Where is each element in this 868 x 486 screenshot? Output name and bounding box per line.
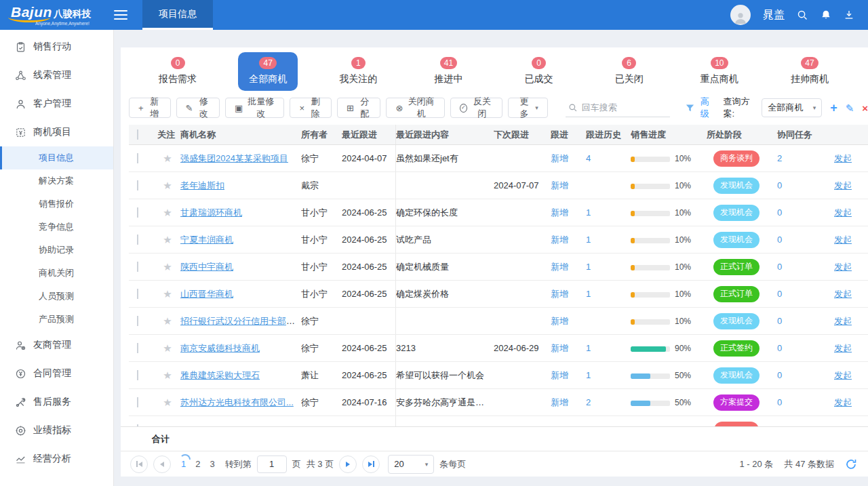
- row-checkbox[interactable]: [137, 235, 138, 245]
- opportunity-name-link[interactable]: 宁夏丰润商机: [180, 235, 233, 245]
- task-count-link[interactable]: 0: [777, 207, 782, 218]
- opportunity-name-link[interactable]: 山西晋华商机: [180, 289, 233, 299]
- first-page-button[interactable]: [130, 455, 148, 473]
- follow-add-link[interactable]: 新增: [551, 316, 568, 326]
- initiate-task-link[interactable]: 发起: [834, 207, 852, 218]
- star-icon[interactable]: ★: [157, 207, 180, 219]
- delete-scheme-icon[interactable]: ×: [862, 103, 868, 113]
- star-icon[interactable]: ★: [157, 153, 180, 165]
- star-icon[interactable]: ★: [157, 369, 180, 382]
- initiate-task-link[interactable]: 发起: [834, 180, 852, 190]
- opportunity-name-link[interactable]: 强盛集团2024某某采购项目: [180, 153, 288, 163]
- next-page-button[interactable]: [339, 455, 357, 473]
- star-icon[interactable]: ★: [157, 315, 180, 327]
- stat-tab-my-follow[interactable]: 1我关注的: [328, 52, 388, 91]
- initiate-task-link[interactable]: 发起: [834, 316, 852, 326]
- opportunity-name-link[interactable]: 苏州达方光电科技有限公司...: [180, 397, 294, 407]
- initiate-task-link[interactable]: 发起: [834, 289, 852, 299]
- goto-page-input[interactable]: [257, 455, 287, 473]
- task-count-link[interactable]: 0: [777, 262, 782, 272]
- stat-tab-leading-opps[interactable]: 47挂帅商机: [780, 52, 840, 91]
- filter-funnel-icon[interactable]: [685, 103, 695, 113]
- avatar[interactable]: [730, 5, 751, 25]
- follow-history-link[interactable]: 1: [586, 343, 591, 353]
- bell-icon[interactable]: [821, 9, 831, 20]
- row-checkbox[interactable]: [137, 262, 138, 272]
- toolbar-button-batch-edit[interactable]: ▣批量修改: [225, 98, 285, 118]
- sidebar-subitem-project-info[interactable]: 项目信息: [0, 146, 113, 169]
- follow-history-link[interactable]: 1: [586, 370, 591, 380]
- star-icon[interactable]: ★: [157, 261, 180, 273]
- row-checkbox[interactable]: [137, 289, 138, 299]
- initiate-task-link[interactable]: 发起: [834, 153, 852, 163]
- sidebar-item-customers[interactable]: 客户管理: [0, 89, 113, 118]
- last-page-button[interactable]: [362, 455, 380, 473]
- opportunity-name-link[interactable]: 甘肃瑞源环商机: [180, 207, 242, 218]
- sidebar-subitem-solutions[interactable]: 解决方案: [0, 169, 113, 193]
- sidebar-subitem-closed-opps[interactable]: 商机关闭: [0, 262, 113, 285]
- sidebar-subitem-product-forecast[interactable]: 产品预测: [0, 308, 113, 331]
- follow-history-link[interactable]: 4: [586, 153, 591, 163]
- initiate-task-link[interactable]: 发起: [834, 235, 852, 245]
- row-checkbox[interactable]: [137, 207, 138, 218]
- task-count-link[interactable]: 0: [777, 397, 782, 407]
- row-checkbox[interactable]: [137, 343, 138, 353]
- toolbar-button-edit[interactable]: ✎修改: [176, 98, 220, 118]
- stat-tab-all-opps[interactable]: 47全部商机: [238, 52, 298, 91]
- sidebar-subitem-assist-records[interactable]: 协助记录: [0, 239, 113, 262]
- row-checkbox[interactable]: [137, 370, 138, 380]
- opportunity-name-link[interactable]: 陕西中宇商机: [180, 262, 233, 272]
- row-checkbox[interactable]: [137, 153, 138, 163]
- toolbar-button-delete[interactable]: ×删除: [290, 98, 332, 118]
- initiate-task-link[interactable]: 发起: [834, 397, 852, 407]
- sidebar-item-kpi[interactable]: 业绩指标: [0, 416, 113, 445]
- opportunity-name-link[interactable]: 雅典建筑采购大理石: [180, 370, 260, 380]
- follow-history-link[interactable]: 1: [586, 289, 591, 299]
- sidebar-subitem-quotes[interactable]: 销售报价: [0, 193, 113, 216]
- opportunity-name-link[interactable]: 招行银行武汉分行信用卡部2...: [180, 316, 298, 326]
- opportunity-name-link[interactable]: 南京安威德科技商机: [180, 343, 260, 353]
- initiate-task-link[interactable]: 发起: [834, 262, 852, 272]
- sidebar-item-partners[interactable]: 友商管理: [0, 331, 113, 359]
- row-checkbox[interactable]: [137, 397, 138, 407]
- add-scheme-icon[interactable]: +: [830, 102, 837, 114]
- stat-tab-key-opps[interactable]: 10重点商机: [690, 52, 749, 91]
- star-icon[interactable]: ★: [157, 180, 180, 192]
- toolbar-button-more[interactable]: 更多▾: [508, 98, 548, 118]
- task-count-link[interactable]: 0: [777, 316, 782, 326]
- opportunity-name-link[interactable]: 老年迪斯扣: [180, 180, 224, 190]
- toolbar-button-assign[interactable]: ⊞分配: [337, 98, 380, 118]
- star-icon[interactable]: ★: [157, 288, 180, 300]
- follow-history-link[interactable]: 2: [586, 397, 591, 407]
- stat-tab-report-need[interactable]: 0报告需求: [148, 52, 208, 91]
- search-input[interactable]: [582, 102, 667, 113]
- page-number-3[interactable]: 3: [205, 459, 219, 469]
- follow-add-link[interactable]: 新增: [551, 343, 568, 353]
- stat-tab-won[interactable]: 0已成交: [509, 52, 569, 91]
- follow-add-link[interactable]: 新增: [551, 207, 568, 218]
- search-icon[interactable]: [797, 9, 808, 21]
- sidebar-subitem-staff-forecast[interactable]: 人员预测: [0, 285, 113, 308]
- scheme-select[interactable]: 全部商机 ▾: [762, 98, 822, 117]
- task-count-link[interactable]: 0: [777, 370, 782, 380]
- follow-add-link[interactable]: 新增: [551, 235, 568, 245]
- follow-add-link[interactable]: 新增: [551, 153, 568, 163]
- advanced-search-link[interactable]: 高级: [701, 96, 717, 120]
- toolbar-button-close-opp[interactable]: ⊗关闭商机: [386, 98, 444, 118]
- follow-history-link[interactable]: 1: [586, 235, 591, 245]
- task-count-link[interactable]: 2: [777, 153, 782, 163]
- username[interactable]: 晁盖: [763, 8, 785, 22]
- sidebar-item-opportunities[interactable]: 商机项目: [0, 118, 113, 146]
- prev-page-button[interactable]: [153, 455, 171, 473]
- stat-tab-closed[interactable]: 6已关闭: [599, 52, 659, 91]
- follow-add-link[interactable]: 新增: [551, 370, 568, 380]
- toolbar-button-add[interactable]: +新增: [129, 98, 171, 118]
- task-count-link[interactable]: 0: [777, 235, 782, 245]
- refresh-icon[interactable]: [845, 458, 857, 470]
- task-count-link[interactable]: 0: [777, 180, 782, 190]
- header-tab-project-info[interactable]: 项目信息: [142, 0, 213, 30]
- hamburger-menu-icon[interactable]: [114, 10, 127, 20]
- sidebar-item-sales-action[interactable]: 销售行动: [0, 33, 113, 61]
- select-all-checkbox[interactable]: [137, 129, 138, 140]
- row-checkbox[interactable]: [137, 180, 138, 190]
